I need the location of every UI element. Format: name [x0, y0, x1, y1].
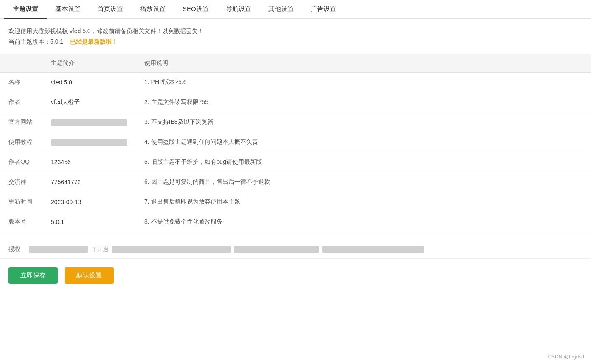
- table-cell-note: 2. 主题文件读写权限755: [136, 92, 591, 112]
- table-cell-value: [42, 112, 136, 132]
- table-cell-value: 2023-09-13: [42, 192, 136, 212]
- table-row: 名称vfed 5.01. PHP版本≥5.6: [0, 73, 591, 92]
- table-cell-note: 5. 旧版主题不予维护，如有bug请使用最新版: [136, 152, 591, 172]
- tab-basic-settings[interactable]: 基本设置: [47, 0, 89, 19]
- table-cell-note: 6. 因主题是可复制的商品，售出后一律不予退款: [136, 172, 591, 192]
- table-cell-label: 作者QQ: [0, 152, 42, 172]
- nav-tabs: 主题设置 基本设置 首页设置 播放设置 SEO设置 导航设置 其他设置 广告设置: [0, 0, 591, 19]
- table-cell-value: [42, 132, 136, 152]
- table-cell-label: 更新时间: [0, 192, 42, 212]
- auth-row: 授权 下开启: [0, 241, 591, 259]
- table-row: 更新时间2023-09-137. 退出售后群即视为放弃使用本主题: [0, 192, 591, 212]
- table-row: 交流群7756417726. 因主题是可复制的商品，售出后一律不予退款: [0, 172, 591, 192]
- banner-version-prefix: 当前主题版本：5.0.1: [8, 38, 63, 45]
- table-cell-label: 版本号: [0, 212, 42, 232]
- table-row: 官方网站3. 不支持IE8及以下浏览器: [0, 112, 591, 132]
- auth-blurred-4: [322, 246, 424, 253]
- info-table: 主题简介使用说明 名称vfed 5.01. PHP版本≥5.6作者vfed大橙子…: [0, 54, 591, 232]
- auth-blurred-1: [29, 246, 88, 253]
- table-row: 版本号5.0.18. 不提供免费个性化修改服务: [0, 212, 591, 232]
- table-cell-note: 4. 使用盗版主题遇到任何问题本人概不负责: [136, 132, 591, 152]
- banner-line2: 当前主题版本：5.0.1 已经是最新版啦！: [8, 36, 583, 47]
- table-row: 使用教程4. 使用盗版主题遇到任何问题本人概不负责: [0, 132, 591, 152]
- table-cell-value: 775641772: [42, 172, 136, 192]
- table-cell-label: 交流群: [0, 172, 42, 192]
- theme-info-section: 主题简介使用说明 名称vfed 5.01. PHP版本≥5.6作者vfed大橙子…: [0, 54, 591, 241]
- col1-header: [0, 54, 42, 73]
- col2-header: 使用说明: [136, 54, 591, 73]
- table-cell-value: 5.0.1: [42, 212, 136, 232]
- tab-seo-settings[interactable]: SEO设置: [174, 0, 217, 19]
- button-row: 立即保存 默认设置: [0, 259, 591, 292]
- table-header-row: 主题简介使用说明: [0, 54, 591, 73]
- table-cell-label: 使用教程: [0, 132, 42, 152]
- tab-ad-settings[interactable]: 广告设置: [302, 0, 345, 19]
- table-cell-note: 1. PHP版本≥5.6: [136, 73, 591, 92]
- table-cell-note: 3. 不支持IE8及以下浏览器: [136, 112, 591, 132]
- table-cell-label: 名称: [0, 73, 42, 92]
- table-cell-value: vfed 5.0: [42, 73, 136, 92]
- table-row: 作者vfed大橙子2. 主题文件读写权限755: [0, 92, 591, 112]
- table-row: 作者QQ1234565. 旧版主题不予维护，如有bug请使用最新版: [0, 152, 591, 172]
- table-cell-note: 7. 退出售后群即视为放弃使用本主题: [136, 192, 591, 212]
- tab-home-settings[interactable]: 首页设置: [89, 0, 132, 19]
- table-cell-note: 8. 不提供免费个性化修改服务: [136, 212, 591, 232]
- table-cell-label: 官方网站: [0, 112, 42, 132]
- tab-nav-settings[interactable]: 导航设置: [217, 0, 260, 19]
- tab-other-settings[interactable]: 其他设置: [260, 0, 302, 19]
- auth-blurred-3: [234, 246, 319, 253]
- col1-header-title: 主题简介: [42, 54, 136, 73]
- tab-play-settings[interactable]: 播放设置: [132, 0, 174, 19]
- auth-label: 授权: [8, 246, 20, 253]
- table-cell-value: 123456: [42, 152, 136, 172]
- auth-separator: 下开启: [92, 246, 108, 253]
- tab-theme-settings[interactable]: 主题设置: [4, 0, 47, 19]
- banner-line1: 欢迎使用大橙影视模板 vfed 5.0，修改前请备份相关文件！以免数据丢失！: [8, 26, 583, 36]
- default-button[interactable]: 默认设置: [65, 267, 114, 284]
- info-banner: 欢迎使用大橙影视模板 vfed 5.0，修改前请备份相关文件！以免数据丢失！ 当…: [0, 19, 591, 54]
- banner-version-latest: 已经是最新版啦！: [70, 38, 118, 45]
- table-cell-label: 作者: [0, 92, 42, 112]
- auth-blurred-2: [112, 246, 231, 253]
- save-button[interactable]: 立即保存: [8, 267, 58, 284]
- table-cell-value: vfed大橙子: [42, 92, 136, 112]
